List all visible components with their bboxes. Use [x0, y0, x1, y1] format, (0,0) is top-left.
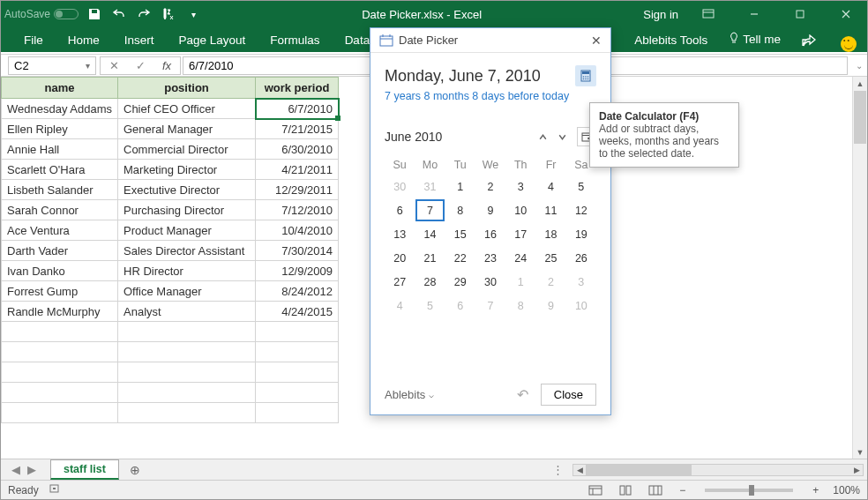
- calendar-day[interactable]: 2: [535, 270, 565, 294]
- scroll-down-icon[interactable]: ▼: [853, 445, 867, 459]
- cell[interactable]: Office Manager: [118, 281, 256, 302]
- page-break-view-icon[interactable]: [646, 483, 665, 497]
- expand-formula-bar-icon[interactable]: ⌄: [851, 61, 867, 71]
- cell[interactable]: Wednesday Addams: [2, 99, 118, 119]
- cell[interactable]: Scarlett O'Hara: [2, 160, 118, 180]
- calendar-day[interactable]: 3: [566, 270, 596, 294]
- calendar-day[interactable]: 20: [385, 246, 415, 270]
- cell[interactable]: Purchasing Director: [118, 200, 256, 220]
- qat-customize-icon[interactable]: ▾: [186, 7, 200, 21]
- calendar-day[interactable]: 3: [505, 175, 535, 198]
- calendar-day[interactable]: 2: [475, 175, 505, 198]
- calendar-day[interactable]: 1: [445, 175, 475, 198]
- cell[interactable]: 7/30/2014: [256, 241, 339, 261]
- calendar-day[interactable]: 21: [415, 246, 445, 270]
- cell[interactable]: Darth Vader: [2, 241, 118, 261]
- fx-icon[interactable]: fx: [153, 59, 180, 72]
- cell[interactable]: HR Director: [118, 261, 256, 281]
- calendar-day[interactable]: 27: [385, 270, 415, 294]
- cell[interactable]: 6/30/2010: [256, 139, 339, 160]
- prev-month-icon[interactable]: [533, 127, 552, 146]
- calendar-day[interactable]: 12: [566, 198, 596, 222]
- calendar-day[interactable]: 10: [566, 294, 596, 317]
- calendar-day[interactable]: 10: [505, 198, 535, 222]
- table-row[interactable]: Scarlett O'HaraMarketing Director4/21/20…: [2, 160, 339, 180]
- date-difference-link[interactable]: 7 years 8 months 8 days before today: [385, 90, 596, 102]
- calendar-day[interactable]: 15: [445, 222, 475, 246]
- col-header[interactable]: name: [2, 78, 118, 99]
- calendar-day[interactable]: 24: [505, 246, 535, 270]
- calendar-day[interactable]: 19: [566, 222, 596, 246]
- calendar-day[interactable]: 17: [505, 222, 535, 246]
- tab-file[interactable]: File: [11, 28, 56, 52]
- close-window-icon[interactable]: [830, 4, 862, 25]
- table-row[interactable]: Sarah ConnorPurchasing Director7/12/2010: [2, 200, 339, 220]
- cell[interactable]: 4/24/2015: [256, 302, 339, 322]
- calendar-day[interactable]: 25: [535, 246, 565, 270]
- cell[interactable]: Product Manager: [118, 220, 256, 241]
- horizontal-scrollbar[interactable]: ◀ ▶: [572, 464, 864, 476]
- spreadsheet[interactable]: namepositionwork periodWednesday AddamsC…: [1, 77, 339, 423]
- macro-record-icon[interactable]: [49, 483, 62, 496]
- calendar-day[interactable]: 11: [535, 198, 565, 222]
- tab-tell-me[interactable]: Tell me: [718, 26, 791, 52]
- name-box[interactable]: C2▾: [8, 56, 96, 75]
- tab-ablebits-tools[interactable]: Ablebits Tools: [624, 28, 718, 52]
- cell[interactable]: 6/7/2010: [256, 99, 339, 119]
- add-sheet-icon[interactable]: ⊕: [130, 463, 140, 477]
- signin-link[interactable]: Sign in: [643, 8, 678, 21]
- share-icon[interactable]: [791, 29, 827, 52]
- table-row[interactable]: Ellen RipleyGeneral Manager7/21/2015: [2, 119, 339, 139]
- sort-icon[interactable]: [161, 7, 176, 21]
- cell[interactable]: Marketing Director: [118, 160, 256, 180]
- calendar-day[interactable]: 29: [445, 270, 475, 294]
- cell[interactable]: Sarah Connor: [2, 200, 118, 220]
- calendar-day[interactable]: 5: [415, 294, 445, 317]
- cell[interactable]: Ivan Danko: [2, 261, 118, 281]
- table-row[interactable]: Annie HallCommercial Director6/30/2010: [2, 139, 339, 160]
- calendar-day[interactable]: 23: [475, 246, 505, 270]
- undo-date-icon[interactable]: ↶: [517, 386, 528, 403]
- month-label[interactable]: June 2010: [385, 130, 533, 144]
- calendar-day[interactable]: 26: [566, 246, 596, 270]
- maximize-icon[interactable]: [784, 4, 816, 25]
- cell[interactable]: 8/24/2012: [256, 281, 339, 302]
- table-row[interactable]: Forrest GumpOffice Manager8/24/2012: [2, 281, 339, 302]
- zoom-slider[interactable]: [705, 489, 793, 492]
- cell[interactable]: 12/29/2011: [256, 180, 339, 200]
- cell[interactable]: Analyst: [118, 302, 256, 322]
- col-header[interactable]: work period: [256, 78, 339, 99]
- next-sheet-icon[interactable]: ▶: [27, 463, 36, 476]
- cell[interactable]: Lisbeth Salander: [2, 180, 118, 200]
- table-row[interactable]: Ace VenturaProduct Manager10/4/2010: [2, 220, 339, 241]
- cell[interactable]: Annie Hall: [2, 139, 118, 160]
- calendar-day[interactable]: 8: [505, 294, 535, 317]
- calendar-day[interactable]: 16: [475, 222, 505, 246]
- close-pane-icon[interactable]: ✕: [591, 34, 602, 48]
- page-layout-view-icon[interactable]: [616, 483, 635, 497]
- calendar-day[interactable]: 14: [415, 222, 445, 246]
- calendar-day[interactable]: 30: [475, 270, 505, 294]
- table-row[interactable]: Ivan DankoHR Director12/9/2009: [2, 261, 339, 281]
- zoom-level[interactable]: 100%: [833, 484, 860, 496]
- cell[interactable]: Chief CEO Officer: [118, 99, 256, 119]
- scroll-up-icon[interactable]: ▲: [853, 77, 867, 90]
- calendar-day[interactable]: 6: [445, 294, 475, 317]
- tab-page-layout[interactable]: Page Layout: [167, 28, 258, 52]
- calendar-day[interactable]: 5: [566, 175, 596, 198]
- save-icon[interactable]: [87, 7, 101, 21]
- calendar-grid[interactable]: SuMoTuWeThFrSa30311234567891011121314151…: [385, 155, 596, 317]
- cell[interactable]: Sales Director Assistant: [118, 241, 256, 261]
- calendar-day[interactable]: 7: [475, 294, 505, 317]
- cell[interactable]: 7/21/2015: [256, 119, 339, 139]
- zoom-in-icon[interactable]: +: [809, 484, 822, 496]
- tab-formulas[interactable]: Formulas: [258, 28, 332, 52]
- cell[interactable]: Forrest Gump: [2, 281, 118, 302]
- calendar-day[interactable]: 4: [535, 175, 565, 198]
- calendar-day[interactable]: 8: [445, 198, 475, 222]
- calendar-day[interactable]: 4: [385, 294, 415, 317]
- scroll-right-icon[interactable]: ▶: [850, 465, 863, 475]
- cell[interactable]: General Manager: [118, 119, 256, 139]
- calendar-day[interactable]: 13: [385, 222, 415, 246]
- table-row[interactable]: Darth VaderSales Director Assistant7/30/…: [2, 241, 339, 261]
